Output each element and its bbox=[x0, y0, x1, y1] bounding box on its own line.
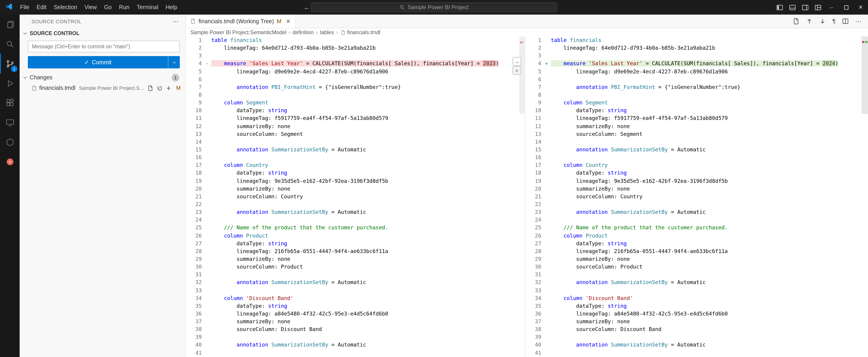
code-line[interactable]: 5 lineageTag: d9e69e2e-4ecd-4227-87eb-c8… bbox=[186, 68, 525, 75]
code-line[interactable]: 16 bbox=[186, 154, 525, 161]
maximize-button[interactable] bbox=[839, 0, 854, 14]
code-line[interactable]: 16 bbox=[525, 154, 868, 161]
commit-message-input[interactable] bbox=[28, 40, 180, 53]
code-line[interactable]: 39 bbox=[525, 333, 868, 341]
code-line[interactable]: 6 bbox=[525, 75, 868, 83]
code-line[interactable]: 6 bbox=[186, 75, 525, 83]
code-line[interactable]: 9 column Segment bbox=[525, 99, 868, 107]
code-line[interactable]: 22 bbox=[186, 201, 525, 208]
code-line[interactable]: 22 bbox=[525, 201, 868, 208]
code-line[interactable]: 33 bbox=[525, 287, 868, 294]
code-line[interactable]: 18 dataType: string bbox=[186, 169, 525, 177]
code-line[interactable]: 10 dataType: string bbox=[186, 107, 525, 115]
code-line[interactable]: 34 column 'Discount Band' bbox=[186, 294, 525, 302]
changes-section-header[interactable]: Changes 1 bbox=[20, 72, 185, 83]
tab-financials-diff[interactable]: financials.tmdl (Working Tree) M ✕ bbox=[186, 14, 296, 28]
breadcrumb-item[interactable]: Sample Power BI Project.SemanticModel bbox=[190, 30, 286, 35]
code-line[interactable]: 41 bbox=[186, 349, 525, 357]
code-line[interactable]: 33 bbox=[186, 287, 525, 294]
code-line[interactable]: 9 column Segment bbox=[186, 99, 525, 107]
code-line[interactable]: 31 bbox=[525, 271, 868, 279]
code-line[interactable]: 32 annotation SummarizationSetBy = Autom… bbox=[525, 279, 868, 287]
code-line[interactable]: 35 dataType: string bbox=[186, 302, 525, 310]
code-line[interactable]: 11 lineageTag: f5917759-ea4f-4f54-97af-5… bbox=[525, 115, 868, 122]
run-debug-icon[interactable] bbox=[0, 73, 20, 93]
code-line[interactable]: 8 bbox=[186, 91, 525, 99]
explorer-icon[interactable] bbox=[0, 14, 20, 34]
code-line[interactable]: 20 summarizeBy: none bbox=[525, 185, 868, 193]
breadcrumb-item[interactable]: tables bbox=[320, 30, 334, 35]
code-line[interactable]: 19 lineageTag: 9e35d5e5-e162-42bf-92ea-3… bbox=[525, 177, 868, 185]
breadcrumb-item-file[interactable]: financials.tmdl bbox=[340, 30, 380, 35]
close-tab-icon[interactable]: ✕ bbox=[286, 18, 290, 24]
code-line[interactable]: 21 sourceColumn: Country bbox=[186, 193, 525, 201]
menu-terminal[interactable]: Terminal bbox=[133, 2, 162, 12]
code-line[interactable]: 30 sourceColumn: Product bbox=[186, 263, 525, 271]
code-line[interactable]: 36 lineageTag: a84e5480-4f32-42c5-95e3-e… bbox=[186, 310, 525, 318]
code-line[interactable]: 30 sourceColumn: Product bbox=[525, 263, 868, 271]
code-line[interactable]: 26 column Product bbox=[186, 232, 525, 239]
extensions-icon[interactable] bbox=[0, 93, 20, 112]
code-line[interactable]: 28 lineageTag: 216fb65a-0551-4447-94f4-a… bbox=[525, 248, 868, 255]
toggle-panel-icon[interactable] bbox=[786, 0, 799, 14]
code-line[interactable]: 17 column Country bbox=[186, 162, 525, 169]
code-line[interactable]: 1table financials bbox=[186, 36, 525, 44]
toggle-primary-sidebar-icon[interactable] bbox=[773, 0, 786, 14]
code-line[interactable]: 24 bbox=[186, 216, 525, 224]
code-line[interactable]: 12 summarizeBy: none bbox=[186, 122, 525, 130]
powerbi-extension-icon[interactable] bbox=[0, 152, 20, 171]
code-line[interactable]: 21 sourceColumn: Country bbox=[525, 193, 868, 201]
commit-dropdown-button[interactable] bbox=[168, 56, 180, 68]
code-line[interactable]: 27 dataType: string bbox=[525, 239, 868, 247]
code-line[interactable]: 27 dataType: string bbox=[186, 239, 525, 247]
commit-button[interactable]: ✓ Commit bbox=[28, 56, 168, 68]
customize-layout-icon[interactable] bbox=[811, 0, 824, 14]
menu-selection[interactable]: Selection bbox=[50, 2, 81, 12]
code-line[interactable]: 35 dataType: string bbox=[525, 302, 868, 310]
code-line[interactable]: 25 /// Name of the product that the cust… bbox=[525, 224, 868, 232]
code-line[interactable]: 37 summarizeBy: none bbox=[186, 318, 525, 326]
code-line[interactable]: 38 sourceColumn: Discount Band bbox=[525, 326, 868, 333]
command-center[interactable]: Sample Power BI Project bbox=[311, 2, 557, 12]
menu-help[interactable]: Help bbox=[162, 2, 181, 12]
code-line[interactable]: 29 summarizeBy: none bbox=[186, 255, 525, 263]
code-line[interactable]: 3 bbox=[186, 52, 525, 60]
code-line[interactable]: 26 column Product bbox=[525, 232, 868, 239]
code-line[interactable]: 14 bbox=[525, 138, 868, 146]
code-line[interactable]: 4+ measure 'Sales Last Year' = CALCULATE… bbox=[525, 60, 868, 68]
code-line[interactable]: 25 /// Name of the product that the cust… bbox=[186, 224, 525, 232]
code-line[interactable]: 28 lineageTag: 216fb65a-0551-4447-94f4-a… bbox=[186, 248, 525, 255]
menu-file[interactable]: File bbox=[17, 2, 33, 12]
add-comment-button[interactable]: + bbox=[513, 66, 521, 75]
code-line[interactable]: 23 annotation SummarizationSetBy = Autom… bbox=[186, 208, 525, 216]
remote-explorer-icon[interactable] bbox=[0, 112, 20, 132]
code-line[interactable]: 13 sourceColumn: Segment bbox=[525, 130, 868, 138]
diff-original-pane[interactable]: 1table financials2 lineageTag: 64e0d712-… bbox=[186, 36, 525, 357]
code-line[interactable]: 38 sourceColumn: Discount Band bbox=[186, 326, 525, 333]
stage-changes-icon[interactable] bbox=[166, 85, 172, 91]
code-line[interactable]: 40 annotation SummarizationSetBy = Autom… bbox=[525, 341, 868, 349]
vertical-scrollbar[interactable] bbox=[862, 36, 868, 357]
more-actions-icon[interactable]: ⋯ bbox=[173, 18, 179, 25]
code-line[interactable]: 40 annotation SummarizationSetBy = Autom… bbox=[186, 341, 525, 349]
nav-back-icon[interactable]: ← bbox=[304, 4, 310, 11]
code-line[interactable]: 37 summarizeBy: none bbox=[525, 318, 868, 326]
breadcrumb-item[interactable]: definition bbox=[292, 30, 313, 35]
code-line[interactable]: 11 lineageTag: f5917759-ea4f-4f54-97af-5… bbox=[186, 115, 525, 122]
search-sidebar-icon[interactable] bbox=[0, 34, 20, 54]
code-line[interactable]: 10 dataType: string bbox=[525, 107, 868, 115]
diff-modified-pane[interactable]: 1table financials2 lineageTag: 64e0d712-… bbox=[525, 36, 868, 357]
code-line[interactable]: 36 lineageTag: a84e5480-4f32-42c5-95e3-e… bbox=[525, 310, 868, 318]
minimize-button[interactable]: – bbox=[824, 0, 839, 14]
code-line[interactable]: 34 column 'Discount Band' bbox=[525, 294, 868, 302]
open-file-icon[interactable] bbox=[147, 85, 153, 91]
code-line[interactable]: 7 annotation PBI_FormatHint = {"isGenera… bbox=[525, 84, 868, 91]
menu-edit[interactable]: Edit bbox=[33, 2, 50, 12]
scrollbar-slider[interactable] bbox=[862, 36, 868, 114]
menu-view[interactable]: View bbox=[81, 2, 100, 12]
code-line[interactable]: 23 annotation SummarizationSetBy = Autom… bbox=[525, 208, 868, 216]
menu-run[interactable]: Run bbox=[115, 2, 133, 12]
menu-go[interactable]: Go bbox=[100, 2, 115, 12]
code-line[interactable]: 18 dataType: string bbox=[525, 169, 868, 177]
code-line[interactable]: 20 summarizeBy: none bbox=[186, 185, 525, 193]
